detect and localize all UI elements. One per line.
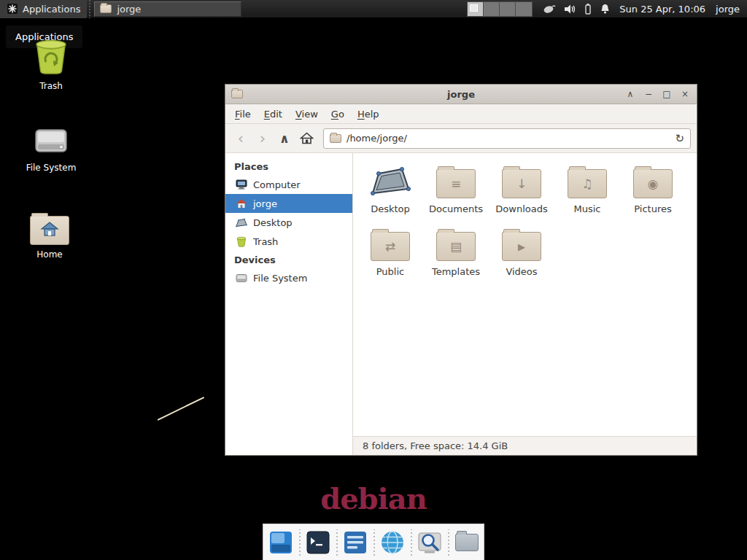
folder-icon: ◉ <box>633 169 673 198</box>
file-manager-launcher[interactable] <box>454 529 480 556</box>
sidebar-item-trash[interactable]: Trash <box>225 232 352 251</box>
web-browser-launcher[interactable] <box>379 529 406 556</box>
text-editor-launcher[interactable] <box>342 529 368 556</box>
video-emblem-icon: ▶ <box>503 242 541 252</box>
home-icon <box>236 198 247 209</box>
file-item-public[interactable]: ⇄ Public <box>357 226 423 277</box>
sidebar-item-label: Trash <box>253 236 278 247</box>
file-item-videos[interactable]: ▶ Videos <box>489 226 554 277</box>
drive-icon <box>236 272 247 284</box>
sidebar-item-computer[interactable]: Computer <box>225 175 352 194</box>
places-header: Places <box>225 158 352 175</box>
dock-separator <box>409 529 413 556</box>
up-button[interactable]: ∧ <box>275 129 294 148</box>
folder-icon: ↓ <box>502 169 541 198</box>
magnifier-icon <box>417 530 442 555</box>
dock-separator <box>335 529 338 556</box>
menu-edit[interactable]: Edit <box>258 106 289 122</box>
terminal-icon <box>306 530 330 555</box>
statusbar: 8 folders, Free space: 14.4 GiB <box>353 436 697 455</box>
path-bar[interactable]: /home/jorge/ ↻ <box>323 128 691 149</box>
path-text[interactable]: /home/jorge/ <box>347 133 670 144</box>
menu-file[interactable]: File <box>228 106 258 122</box>
applications-menu-label: Applications <box>23 4 80 15</box>
music-emblem-icon: ♫ <box>568 178 606 190</box>
menu-go[interactable]: Go <box>325 106 351 122</box>
system-tray <box>543 3 611 15</box>
file-item-label: Videos <box>506 266 537 277</box>
sidebar-item-label: Desktop <box>253 217 293 228</box>
workspace-3[interactable] <box>500 2 516 16</box>
desktop-mat-icon <box>369 166 411 198</box>
home-folder-icon <box>30 216 69 245</box>
back-button[interactable]: ‹ <box>231 129 250 148</box>
file-view[interactable]: Desktop ≡ Documents ↓ Downloads ♫ Music <box>353 153 697 455</box>
desktop[interactable]: Applications jorge <box>0 0 747 560</box>
globe-icon <box>380 530 405 555</box>
folder-icon <box>455 534 479 551</box>
desktop-icon <box>236 217 247 228</box>
home-icon <box>300 132 314 144</box>
forward-button[interactable]: › <box>253 129 272 148</box>
folder-icon: ♫ <box>568 169 607 198</box>
file-item-desktop[interactable]: Desktop <box>357 163 423 214</box>
file-item-label: Pictures <box>634 203 671 214</box>
applications-menu-icon <box>7 3 18 15</box>
applications-menu-button[interactable]: Applications <box>0 0 87 18</box>
dock-separator <box>298 529 301 556</box>
file-item-templates[interactable]: ▤ Templates <box>423 226 489 277</box>
menu-help[interactable]: Help <box>351 106 386 122</box>
folder-icon: ▶ <box>502 232 541 261</box>
file-item-music[interactable]: ♫ Music <box>554 163 620 214</box>
documents-emblem-icon: ≡ <box>437 178 475 190</box>
shade-button[interactable]: ∧ <box>624 88 636 100</box>
minimize-button[interactable]: − <box>643 88 654 100</box>
menu-view[interactable]: View <box>289 106 325 122</box>
share-emblem-icon: ⇄ <box>371 241 409 253</box>
file-item-label: Templates <box>432 266 480 277</box>
panel-handle[interactable] <box>87 0 93 18</box>
home-button[interactable] <box>297 129 316 148</box>
computer-icon <box>236 179 247 190</box>
file-manager-window[interactable]: jorge ∧ − □ × File Edit View Go Help ‹ ›… <box>225 84 697 456</box>
file-item-downloads[interactable]: ↓ Downloads <box>489 163 554 214</box>
folder-icon: ≡ <box>436 169 476 198</box>
sidebar: Places Computer jorge <box>225 153 353 455</box>
titlebar[interactable]: jorge ∧ − □ × <box>225 85 697 104</box>
trash-icon <box>34 38 69 77</box>
terminal-launcher[interactable] <box>305 529 331 556</box>
close-button[interactable]: × <box>679 88 691 100</box>
clock[interactable]: Sun 25 Apr, 10:06 <box>619 4 705 15</box>
folder-icon <box>100 4 112 13</box>
downloads-emblem-icon: ↓ <box>503 178 541 190</box>
drive-icon <box>33 125 69 158</box>
show-desktop-launcher[interactable] <box>268 529 294 556</box>
sidebar-item-jorge[interactable]: jorge <box>225 194 352 213</box>
notifications-bell-icon[interactable] <box>600 3 611 15</box>
workspace-1[interactable] <box>468 2 484 16</box>
sidebar-item-desktop[interactable]: Desktop <box>225 213 352 232</box>
sidebar-item-file-system[interactable]: File System <box>225 268 352 287</box>
workspace-2[interactable] <box>484 2 500 16</box>
menubar: File Edit View Go Help <box>225 104 697 124</box>
reload-button[interactable]: ↻ <box>675 132 684 145</box>
panel-username[interactable]: jorge <box>716 4 740 15</box>
sidebar-item-label: File System <box>253 273 307 284</box>
dock-separator <box>446 529 450 556</box>
workspace-4[interactable] <box>516 2 532 16</box>
desktop-icon-file-system[interactable]: File System <box>15 125 88 173</box>
app-finder-launcher[interactable] <box>417 529 443 556</box>
desktop-icon-home[interactable]: Home <box>13 216 86 260</box>
file-item-pictures[interactable]: ◉ Pictures <box>620 163 686 214</box>
taskbar-window-button[interactable]: jorge <box>94 1 241 17</box>
power-icon[interactable] <box>584 3 592 15</box>
workspace-window-thumb <box>470 4 478 12</box>
desktop-icon-label: File System <box>26 163 77 173</box>
desktop-icon-trash[interactable]: Trash <box>15 38 88 91</box>
camera-emblem-icon: ◉ <box>634 178 672 190</box>
volume-icon[interactable] <box>564 4 576 15</box>
file-item-documents[interactable]: ≡ Documents <box>423 163 489 214</box>
mouse-icon[interactable] <box>543 4 556 14</box>
file-item-label: Downloads <box>495 203 547 214</box>
maximize-button[interactable]: □ <box>661 88 673 100</box>
